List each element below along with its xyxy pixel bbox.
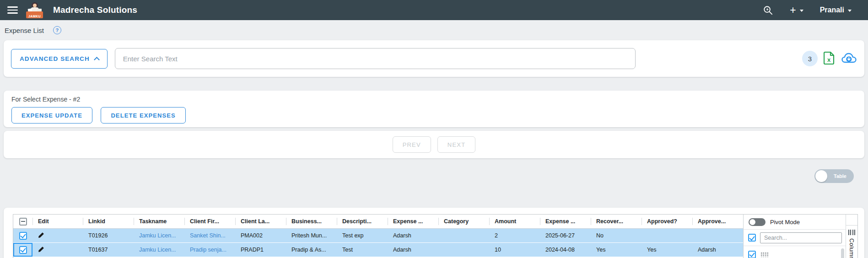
app-title: Madrecha Solutions — [53, 5, 137, 15]
caret-down-icon — [800, 10, 803, 12]
column-item-checkbox[interactable] — [748, 251, 756, 258]
col-header-expense-date[interactable]: Expense ... — [540, 215, 591, 228]
cell-expense-by: Adarsh — [388, 229, 438, 242]
pencil-icon — [38, 232, 44, 240]
cell-amount: 10 — [489, 243, 540, 257]
cell-client-first-link[interactable]: Pradip senja... — [184, 243, 235, 257]
cell-category — [438, 229, 489, 242]
cell-approver: Adarsh — [692, 243, 743, 257]
col-header-category[interactable]: Category — [438, 215, 489, 228]
columns-tab-label: Columns — [848, 238, 855, 258]
col-header-client-last[interactable]: Client La... — [235, 215, 286, 228]
bulk-actions: For Select Expense - #2 EXPENSE UPDATE D… — [4, 91, 864, 127]
toggle-knob — [815, 170, 827, 182]
cell-description: Test exp — [337, 229, 388, 242]
side-tab-strip: Columns — [846, 215, 857, 258]
cell-approved — [642, 229, 692, 242]
cell-expense-by: Adarsh — [388, 243, 438, 257]
edit-cell[interactable] — [32, 229, 83, 242]
cell-approved: Yes — [642, 243, 692, 257]
panel-select-all-checkbox[interactable] — [748, 234, 756, 242]
advanced-search-button[interactable]: ADVANCED SEARCH — [11, 49, 108, 69]
table-toggle-label: Table — [827, 173, 853, 179]
cell-client-last: PMA002 — [235, 229, 286, 242]
cell-business: Pradip & As... — [286, 243, 337, 257]
col-header-approver[interactable]: Approve... — [692, 215, 743, 228]
columns-tool-panel: Pivot Mode — [743, 215, 846, 258]
menu-icon[interactable] — [7, 6, 18, 14]
cell-client-last: PRADP1 — [235, 243, 286, 257]
user-menu[interactable]: Pranali — [820, 6, 852, 14]
cell-approver — [692, 229, 743, 242]
table-view-toggle[interactable]: Table — [814, 169, 854, 183]
chevron-up-icon — [94, 57, 100, 63]
search-toolbar: ADVANCED SEARCH 3 x — [4, 40, 864, 77]
col-header-edit[interactable]: Edit — [32, 215, 83, 228]
cell-business: Pritesh Mun... — [286, 229, 337, 242]
svg-text:x: x — [827, 56, 831, 63]
expense-update-button[interactable]: EXPENSE UPDATE — [11, 107, 92, 124]
cell-taskname-link[interactable]: Jamku Licen... — [134, 229, 184, 242]
page-head: Expense List ? — [0, 20, 868, 40]
col-header-client-first[interactable]: Client Fir... — [184, 215, 235, 228]
columns-tab[interactable]: Columns — [846, 226, 857, 258]
cell-amount: 2 — [489, 229, 540, 242]
col-header-linkid[interactable]: Linkid — [83, 215, 134, 228]
cloud-download-button[interactable] — [841, 52, 857, 65]
delete-expenses-button[interactable]: DELETE EXPENSES — [101, 107, 185, 124]
quick-add-menu[interactable]: + — [790, 5, 803, 15]
col-header-description[interactable]: Descripti... — [337, 215, 388, 228]
search-input[interactable] — [115, 48, 636, 69]
grid-header-row: Edit Linkid Taskname Client Fir... Clien… — [13, 215, 743, 229]
row-checkbox[interactable] — [19, 232, 27, 240]
cell-linkid: T01926 — [83, 229, 134, 242]
help-icon[interactable]: ? — [53, 26, 61, 34]
row-checkbox[interactable] — [19, 246, 27, 254]
cell-taskname-link[interactable]: Jamku Licen... — [134, 243, 184, 257]
expense-grid-card: Edit Linkid Taskname Client Fir... Clien… — [4, 208, 864, 258]
col-header-amount[interactable]: Amount — [489, 215, 540, 228]
col-header-recoverable[interactable]: Recover... — [591, 215, 642, 228]
col-header-taskname[interactable]: Taskname — [134, 215, 184, 228]
excel-icon: x — [824, 51, 835, 66]
cell-recoverable: No — [591, 229, 642, 242]
global-search-icon[interactable] — [763, 5, 773, 16]
select-all-checkbox[interactable] — [19, 218, 27, 226]
page-title: Expense List — [5, 27, 44, 34]
table-row[interactable]: T01637 Jamku Licen... Pradip senja... PR… — [13, 243, 743, 257]
topbar: JAMKU Madrecha Solutions + Pranali — [0, 0, 868, 20]
cell-expense-date: 2025-06-27 — [540, 229, 591, 242]
col-header-business[interactable]: Business... — [286, 215, 337, 228]
column-list-item[interactable] — [744, 246, 846, 258]
bulk-actions-label: For Select Expense - #2 — [11, 96, 857, 103]
cell-linkid: T01637 — [83, 243, 134, 257]
cell-category — [438, 243, 489, 257]
grid-main: Edit Linkid Taskname Client Fir... Clien… — [13, 215, 743, 258]
prev-button[interactable]: PREV — [393, 136, 431, 153]
cell-recoverable: Yes — [591, 243, 642, 257]
view-toggle-row: Table — [0, 158, 868, 208]
grip-icon — [848, 230, 856, 235]
edit-cell[interactable] — [32, 243, 83, 257]
export-excel-button[interactable]: x — [824, 51, 835, 66]
pivot-mode-toggle[interactable] — [749, 218, 766, 226]
pencil-icon — [38, 246, 44, 254]
cell-client-first-link[interactable]: Sanket Shin... — [184, 229, 235, 242]
table-row[interactable]: T01926 Jamku Licen... Sanket Shin... PMA… — [13, 229, 743, 243]
caret-down-icon — [848, 10, 852, 12]
plus-icon: + — [790, 5, 796, 15]
cell-expense-date: 2024-04-08 — [540, 243, 591, 257]
result-count-badge: 3 — [802, 51, 818, 66]
pager: PREV NEXT — [4, 131, 864, 158]
col-header-approved[interactable]: Approved? — [642, 215, 692, 228]
col-header-expense-by[interactable]: Expense ... — [388, 215, 438, 228]
cloud-download-icon — [841, 52, 857, 65]
next-button[interactable]: NEXT — [437, 136, 475, 153]
advanced-search-label: ADVANCED SEARCH — [20, 55, 90, 62]
panel-scrollbar[interactable] — [841, 248, 844, 258]
pivot-mode-label: Pivot Mode — [770, 219, 800, 226]
jamku-logo: JAMKU — [26, 2, 43, 18]
drag-handle-icon[interactable] — [760, 252, 769, 257]
column-search-input[interactable] — [760, 232, 842, 243]
expense-grid: Edit Linkid Taskname Client Fir... Clien… — [13, 214, 858, 258]
